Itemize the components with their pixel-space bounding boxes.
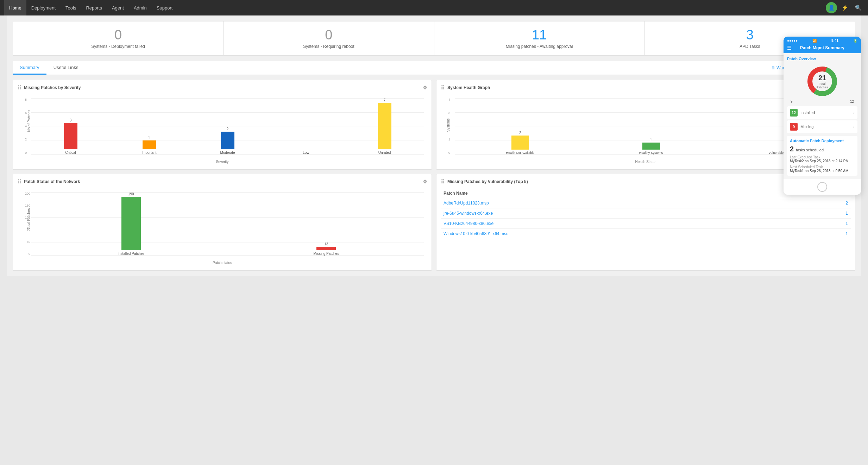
search-icon-button[interactable]: 🔍 bbox=[853, 2, 864, 13]
mobile-statusbar: ●●●●● 📶 9:41 🔋 bbox=[784, 37, 861, 43]
apd-tasks-label: tasks scheduled bbox=[796, 148, 824, 152]
patch-name-2[interactable]: jre-6u45-windows-x64.exe bbox=[441, 208, 840, 218]
bar-critical: 3 Critical bbox=[31, 98, 110, 155]
nav-items: Home Deployment Tools Reports Agent Admi… bbox=[4, 0, 826, 15]
mobile-apd-section: Automatic Patch Deployment 2 tasks sched… bbox=[787, 136, 857, 176]
panel-missing-patches-severity: ⠿ Missing Patches by Severity ⚙ No of Pa… bbox=[13, 80, 432, 170]
patch-count-4: 1 bbox=[840, 228, 851, 239]
panel-title-missing-patches: ⠿ Missing Patches by Severity ⚙ bbox=[17, 84, 427, 91]
mobile-wifi-icon: 📶 bbox=[812, 39, 817, 43]
drag-handle-system-health: ⠿ bbox=[441, 84, 445, 91]
table-row: jre-6u45-windows-x64.exe 1 bbox=[441, 208, 851, 218]
y-ticks-missing: 8 6 4 2 0 bbox=[25, 98, 27, 155]
apd-last-exec-value: MyTask2 on Sep 25, 2018 at 2:14 PM bbox=[790, 159, 855, 163]
apd-count: 2 bbox=[790, 145, 794, 153]
installed-chevron: › bbox=[853, 110, 855, 115]
bar-moderate: 2 Moderate bbox=[188, 98, 267, 155]
mobile-time: 9:41 bbox=[831, 39, 838, 43]
mobile-menu-icon[interactable]: ☰ bbox=[787, 45, 792, 51]
nav-item-support[interactable]: Support bbox=[152, 0, 178, 15]
stats-row: 0 Systems - Deployment failed 0 Systems … bbox=[13, 21, 855, 56]
apd-count-row: 2 tasks scheduled bbox=[790, 145, 855, 153]
home-circle[interactable] bbox=[817, 182, 827, 192]
bar-healthy-systems: 1 Healthy Systems bbox=[586, 98, 717, 155]
panel-patch-status: ⠿ Patch Status of the Network ⚙ Total Pa… bbox=[13, 174, 432, 271]
stat-label-requiring-reboot: Systems - Requiring reboot bbox=[227, 44, 430, 49]
donut-container: 21 Total Patches bbox=[787, 64, 857, 99]
y-axis-label-missing: No of Patches bbox=[27, 109, 31, 132]
patch-name-4[interactable]: Windows10.0-kb4056891-x64.msu bbox=[441, 228, 840, 239]
stat-requiring-reboot: 0 Systems - Requiring reboot bbox=[224, 21, 434, 55]
mobile-overlay: ●●●●● 📶 9:41 🔋 ☰ Patch Mgmt Summary Patc… bbox=[784, 37, 861, 195]
stat-label-missing-patches: Missing patches - Awaiting approval bbox=[438, 44, 641, 49]
table-row: VS10-KB2644980-x86.exe 1 bbox=[441, 218, 851, 228]
bar-missing-patches: 13 Missing Patches bbox=[229, 192, 424, 256]
donut-total: 21 bbox=[813, 74, 831, 82]
bar-important: 1 Important bbox=[110, 98, 188, 155]
patch-count-3: 1 bbox=[840, 218, 851, 228]
bar-installed-patches: 190 Installed Patches bbox=[33, 192, 229, 256]
outer-wrapper: Home Deployment Tools Reports Agent Admi… bbox=[0, 0, 868, 465]
stat-number-missing-patches: 11 bbox=[438, 28, 641, 43]
patch-name-3[interactable]: VS10-KB2644980-x86.exe bbox=[441, 218, 840, 228]
donut-installed-label: 12 bbox=[850, 100, 854, 103]
dashboard-grid: ⠿ Missing Patches by Severity ⚙ No of Pa… bbox=[13, 80, 855, 271]
tab-summary[interactable]: Summary bbox=[13, 61, 46, 75]
missing-label: Missing bbox=[800, 125, 813, 129]
apd-next-sched-value: MyTask1 on Sep 26, 2018 at 9:50 AM bbox=[790, 169, 855, 173]
y-ticks-health: 4 3 2 1 0 bbox=[448, 98, 450, 155]
manage-mac-linux-icon: 🖥 bbox=[771, 65, 775, 70]
tab-useful-links[interactable]: Useful Links bbox=[46, 61, 86, 75]
mobile-missing-row[interactable]: 9 Missing › bbox=[787, 120, 857, 133]
navbar: Home Deployment Tools Reports Agent Admi… bbox=[0, 0, 868, 15]
panel-title-patch-status: ⠿ Patch Status of the Network ⚙ bbox=[17, 178, 427, 185]
gear-icon-patch-status[interactable]: ⚙ bbox=[423, 179, 427, 184]
donut-label: 21 Total Patches bbox=[813, 74, 831, 89]
nav-item-tools[interactable]: Tools bbox=[61, 0, 81, 15]
user-icon-button[interactable]: 👤 bbox=[826, 2, 837, 13]
drag-handle-vulnerability: ⠿ bbox=[441, 178, 445, 185]
y-ticks-patch-status: 200 160 120 80 40 0 bbox=[25, 192, 30, 256]
x-axis-label-health: Health Status bbox=[635, 160, 656, 164]
mobile-body: Patch Overview 21 bbox=[784, 53, 861, 179]
table-row: Windows10.0-kb4056891-x64.msu 1 bbox=[441, 228, 851, 239]
gear-icon-missing-patches[interactable]: ⚙ bbox=[423, 85, 427, 90]
table-row: AdbeRdrUpd11023.msp 2 bbox=[441, 198, 851, 208]
drag-handle-missing-patches: ⠿ bbox=[17, 84, 22, 91]
tabs-row: Summary Useful Links 🖥 Want to manage Ma… bbox=[13, 61, 855, 75]
mobile-battery-icon: 🔋 bbox=[853, 39, 857, 43]
bars-missing: 3 Critical 1 Important 2 bbox=[31, 98, 424, 155]
x-axis-label-severity: Severity bbox=[216, 160, 228, 164]
bolt-icon-button[interactable]: ⚡ bbox=[839, 2, 850, 13]
col-patch-name: Patch Name bbox=[441, 189, 840, 198]
nav-item-reports[interactable]: Reports bbox=[81, 0, 107, 15]
stat-deployment-failed: 0 Systems - Deployment failed bbox=[13, 21, 224, 55]
nav-item-admin[interactable]: Admin bbox=[129, 0, 152, 15]
bar-low: Low bbox=[267, 98, 345, 155]
donut-missing-label: 9 bbox=[791, 100, 793, 103]
nav-item-home[interactable]: Home bbox=[4, 0, 26, 15]
donut-wrapper: 21 Total Patches bbox=[805, 64, 840, 99]
nav-item-agent[interactable]: Agent bbox=[107, 0, 129, 15]
stat-number-deployment-failed: 0 bbox=[17, 28, 220, 43]
mobile-patch-overview-title: Patch Overview bbox=[787, 57, 857, 61]
mobile-dots: ●●●●● bbox=[787, 39, 798, 43]
mobile-toolbar: ☰ Patch Mgmt Summary bbox=[784, 43, 861, 53]
nav-item-deployment[interactable]: Deployment bbox=[26, 0, 61, 15]
apd-title: Automatic Patch Deployment bbox=[790, 139, 855, 143]
stat-missing-patches: 11 Missing patches - Awaiting approval bbox=[434, 21, 645, 55]
mobile-home-btn bbox=[784, 179, 861, 195]
drag-handle-patch-status: ⠿ bbox=[17, 178, 22, 185]
patch-count-2: 1 bbox=[840, 208, 851, 218]
mobile-title: Patch Mgmt Summary bbox=[800, 45, 844, 50]
donut-total-label: Total Patches bbox=[813, 82, 831, 89]
mobile-installed-row[interactable]: 12 Installed › bbox=[787, 106, 857, 119]
missing-chevron: › bbox=[853, 124, 855, 129]
installed-badge: 12 bbox=[790, 109, 798, 117]
patch-name-1[interactable]: AdbeRdrUpd11023.msp bbox=[441, 198, 840, 208]
stat-label-deployment-failed: Systems - Deployment failed bbox=[17, 44, 220, 49]
x-axis-label-patch-status: Patch status bbox=[213, 261, 232, 265]
apd-last-exec-label: Last Executed Task bbox=[790, 155, 855, 159]
stat-number-requiring-reboot: 0 bbox=[227, 28, 430, 43]
missing-badge: 9 bbox=[790, 123, 798, 131]
